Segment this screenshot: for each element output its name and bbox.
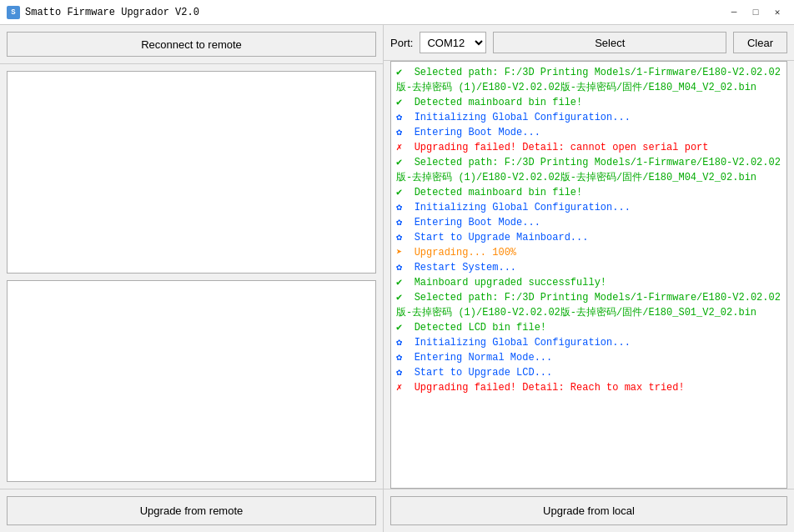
log-line: ✔ Mainboard upgraded successfully! bbox=[396, 275, 781, 290]
app-title: Smatto Firmware Upgrador V2.0 bbox=[25, 7, 199, 18]
log-line: ✿ Initializing Global Configuration... bbox=[396, 110, 781, 125]
title-bar: S Smatto Firmware Upgrador V2.0 ─ □ ✕ bbox=[0, 0, 794, 25]
log-line: ✿ Restart System... bbox=[396, 260, 781, 275]
log-line: ✗ Upgrading failed! Detail: cannot open … bbox=[396, 140, 781, 155]
right-bottom: Upgrade from local bbox=[384, 489, 794, 532]
port-label: Port: bbox=[390, 37, 413, 49]
log-line: ✿ Start to Upgrade Mainboard... bbox=[396, 230, 781, 245]
app-icon: S bbox=[7, 6, 20, 19]
title-bar-left: S Smatto Firmware Upgrador V2.0 bbox=[7, 6, 199, 19]
right-top-controls: Port: COM12 Select Clear bbox=[384, 25, 794, 61]
log-area[interactable]: ✔ Selected path: F:/3D Printing Models/1… bbox=[390, 61, 787, 489]
log-line: ✔ Selected path: F:/3D Printing Models/1… bbox=[396, 155, 781, 185]
log-line: ✔ Selected path: F:/3D Printing Models/1… bbox=[396, 65, 781, 95]
log-line: ✿ Entering Boot Mode... bbox=[396, 125, 781, 140]
log-line: ✔ Detected mainboard bin file! bbox=[396, 95, 781, 110]
log-line: ✔ Detected LCD bin file! bbox=[396, 320, 781, 335]
left-content-area bbox=[0, 64, 383, 489]
log-line: ✿ Start to Upgrade LCD... bbox=[396, 365, 781, 380]
port-select[interactable]: COM12 bbox=[420, 32, 486, 53]
log-line: ✗ Upgrading failed! Detail: Reach to max… bbox=[396, 380, 781, 395]
right-panel: Port: COM12 Select Clear ✔ Selected path… bbox=[384, 25, 794, 532]
log-line: ✿ Entering Boot Mode... bbox=[396, 215, 781, 230]
select-button[interactable]: Select bbox=[493, 32, 726, 53]
clear-button[interactable]: Clear bbox=[733, 32, 787, 53]
upgrade-local-button[interactable]: Upgrade from local bbox=[390, 496, 787, 525]
log-line: ✿ Initializing Global Configuration... bbox=[396, 335, 781, 350]
upgrade-remote-button[interactable]: Upgrade from remote bbox=[7, 496, 376, 525]
reconnect-button[interactable]: Reconnect to remote bbox=[7, 32, 376, 57]
title-bar-controls: ─ □ ✕ bbox=[724, 4, 787, 21]
log-line: ➤ Upgrading... 100% bbox=[396, 245, 781, 260]
left-top-controls: Reconnect to remote bbox=[0, 25, 383, 64]
log-line: ✔ Detected mainboard bin file! bbox=[396, 185, 781, 200]
left-panel: Reconnect to remote Upgrade from remote bbox=[0, 25, 384, 532]
main-container: Reconnect to remote Upgrade from remote … bbox=[0, 25, 794, 532]
minimize-button[interactable]: ─ bbox=[724, 4, 744, 21]
left-bottom-list bbox=[7, 280, 376, 483]
log-line: ✿ Entering Normal Mode... bbox=[396, 350, 781, 365]
log-line: ✔ Selected path: F:/3D Printing Models/1… bbox=[396, 290, 781, 320]
close-button[interactable]: ✕ bbox=[767, 4, 787, 21]
log-line: ✿ Initializing Global Configuration... bbox=[396, 200, 781, 215]
left-top-list bbox=[7, 71, 376, 274]
maximize-button[interactable]: □ bbox=[746, 4, 766, 21]
left-sub-panels bbox=[7, 71, 376, 482]
left-bottom: Upgrade from remote bbox=[0, 489, 383, 532]
